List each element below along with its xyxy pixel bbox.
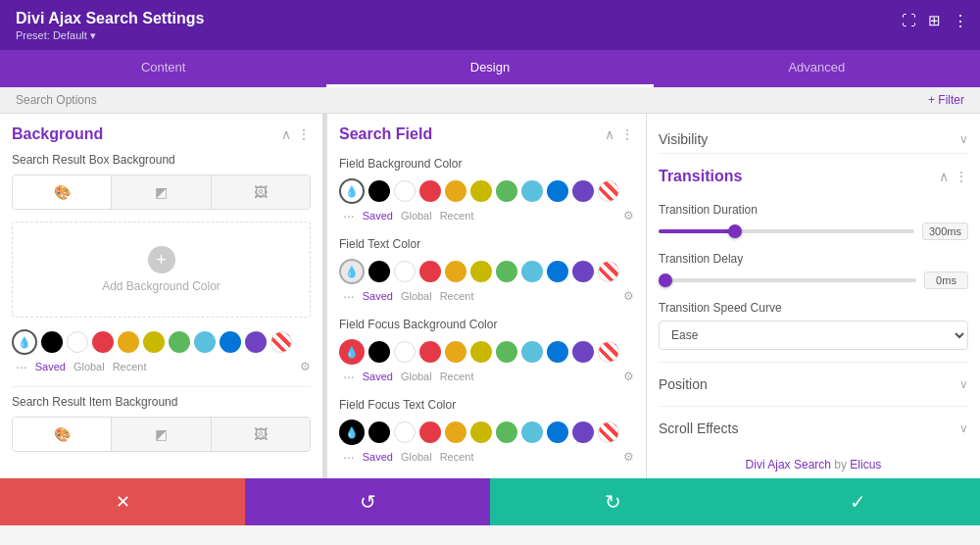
swatch-black-m2[interactable] [368, 261, 390, 282]
gear-m2[interactable]: ⚙ [623, 289, 634, 303]
recent-m2[interactable]: Recent [440, 290, 474, 302]
transition-speed-select[interactable]: Ease Linear Ease In Ease Out Ease In Out [659, 321, 968, 350]
reset-button[interactable]: ↺ [245, 478, 490, 525]
swatch-green-1[interactable] [169, 331, 190, 353]
swatch-black-m4[interactable] [368, 421, 390, 443]
swatch-white-1[interactable] [67, 331, 88, 353]
swatch-cyan-m4[interactable] [521, 421, 543, 443]
image-tab-gradient-2[interactable]: ◩ [112, 418, 211, 451]
transitions-more[interactable]: ⋮ [955, 169, 968, 184]
eyedropper-mid-1[interactable]: 💧 [339, 178, 365, 204]
swatch-purple-m3[interactable] [572, 341, 594, 363]
swatch-white-m1[interactable] [394, 180, 416, 202]
swatch-orange-m3[interactable] [445, 341, 466, 363]
tab-advanced[interactable]: Advanced [654, 50, 980, 87]
position-header[interactable]: Position ∨ [659, 371, 968, 398]
swatch-green-m1[interactable] [496, 180, 517, 202]
swatch-black-m3[interactable] [368, 341, 390, 363]
swatch-black-m1[interactable] [368, 180, 390, 202]
image-tab-color[interactable]: 🎨 [13, 175, 112, 209]
swatch-orange-m2[interactable] [445, 261, 466, 282]
eyedropper-mid-4[interactable]: 💧 [339, 420, 365, 445]
swatch-red-m1[interactable] [419, 180, 441, 202]
swatch-yellow-1[interactable] [143, 331, 165, 353]
saved-m2[interactable]: Saved [363, 290, 393, 302]
swatch-blue-m1[interactable] [547, 180, 568, 202]
dots-m2[interactable]: ··· [343, 288, 355, 304]
swatch-yellow-m4[interactable] [470, 421, 492, 443]
swatch-green-m4[interactable] [496, 421, 517, 443]
eyedropper-btn-1[interactable]: 💧 [12, 329, 37, 355]
swatch-stripe-m4[interactable] [598, 421, 619, 443]
swatch-blue-m4[interactable] [547, 421, 568, 443]
tab-design[interactable]: Design [326, 50, 653, 87]
gear-m3[interactable]: ⚙ [623, 370, 634, 383]
recent-m3[interactable]: Recent [440, 371, 474, 382]
swatch-red-m4[interactable] [419, 421, 441, 443]
recent-label-1[interactable]: Recent [113, 361, 147, 372]
columns-icon[interactable]: ⊞ [928, 12, 941, 30]
swatch-white-m2[interactable] [394, 261, 416, 282]
swatch-stripe-m3[interactable] [598, 341, 619, 363]
saved-label-1[interactable]: Saved [35, 361, 66, 372]
global-m4[interactable]: Global [401, 451, 432, 463]
dots-m1[interactable]: ··· [343, 208, 355, 223]
swatch-blue-m2[interactable] [547, 261, 568, 282]
swatch-yellow-m3[interactable] [470, 341, 492, 363]
saved-m1[interactable]: Saved [363, 210, 393, 222]
swatch-purple-1[interactable] [245, 331, 267, 353]
eyedropper-mid-2[interactable]: 💧 [339, 259, 365, 284]
middle-more-icon[interactable]: ⋮ [620, 126, 634, 142]
swatch-blue-m3[interactable] [547, 341, 568, 363]
gear-1[interactable]: ⚙ [300, 360, 311, 373]
swatch-yellow-m1[interactable] [470, 180, 492, 202]
saved-m4[interactable]: Saved [363, 451, 393, 463]
swatch-black-1[interactable] [41, 331, 63, 353]
fullscreen-icon[interactable]: ⛶ [902, 12, 916, 30]
global-m2[interactable]: Global [401, 290, 432, 302]
plugin-link[interactable]: Divi Ajax Search [746, 458, 831, 471]
swatch-white-m4[interactable] [394, 421, 416, 443]
gear-m1[interactable]: ⚙ [623, 209, 634, 223]
swatch-purple-m2[interactable] [572, 261, 594, 282]
add-bg-area[interactable]: + Add Background Color [12, 222, 311, 318]
image-tab-image[interactable]: 🖼 [212, 175, 310, 209]
swatch-purple-m4[interactable] [572, 421, 594, 443]
image-tab-color-2[interactable]: 🎨 [13, 418, 112, 451]
redo-button[interactable]: ↻ [490, 478, 735, 525]
visibility-header[interactable]: Visibility ∨ [659, 125, 968, 154]
scroll-effects-header[interactable]: Scroll Effects ∨ [659, 415, 968, 442]
delay-slider-track[interactable] [659, 278, 916, 282]
swatch-red-m3[interactable] [419, 341, 441, 363]
middle-collapse-icon[interactable]: ∧ [605, 126, 614, 142]
dots-m4[interactable]: ··· [343, 449, 355, 465]
duration-slider-thumb[interactable] [728, 224, 742, 238]
swatch-cyan-m2[interactable] [521, 261, 543, 282]
swatch-white-m3[interactable] [394, 341, 416, 363]
cancel-button[interactable]: ✕ [0, 478, 245, 525]
dots-m3[interactable]: ··· [343, 369, 355, 384]
recent-m4[interactable]: Recent [440, 451, 474, 463]
swatch-orange-m1[interactable] [445, 180, 466, 202]
transitions-collapse[interactable]: ∧ [939, 169, 949, 184]
swatch-cyan-m3[interactable] [521, 341, 543, 363]
delay-value[interactable]: 0ms [924, 272, 968, 289]
swatch-green-m2[interactable] [496, 261, 517, 282]
swatch-yellow-m2[interactable] [470, 261, 492, 282]
swatch-stripe-1[interactable] [270, 331, 292, 353]
global-m3[interactable]: Global [401, 371, 432, 382]
duration-value[interactable]: 300ms [922, 223, 968, 240]
filter-button[interactable]: + Filter [928, 93, 964, 107]
gear-m4[interactable]: ⚙ [623, 450, 634, 464]
image-tab-image-2[interactable]: 🖼 [212, 418, 310, 451]
global-m1[interactable]: Global [401, 210, 432, 222]
preset-selector[interactable]: Preset: Default ▾ [16, 29, 964, 42]
more-options-icon[interactable]: ⋮ [953, 12, 968, 30]
section-more-icon[interactable]: ⋮ [297, 126, 311, 142]
duration-slider-track[interactable] [659, 229, 914, 233]
global-label-1[interactable]: Global [74, 361, 105, 372]
swatch-purple-m1[interactable] [572, 180, 594, 202]
swatch-orange-1[interactable] [118, 331, 139, 353]
saved-m3[interactable]: Saved [363, 371, 393, 382]
swatch-stripe-m1[interactable] [598, 180, 619, 202]
